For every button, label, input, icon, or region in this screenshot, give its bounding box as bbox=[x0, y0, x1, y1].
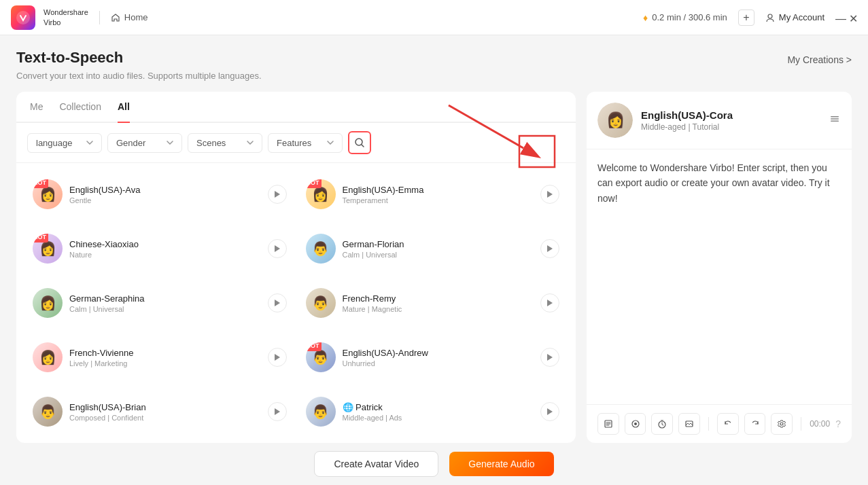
svg-rect-5 bbox=[831, 120, 839, 122]
chevron-down-icon bbox=[247, 141, 254, 145]
filters-bar: language Gender Scenes bbox=[16, 123, 576, 163]
voice-tags: Lively | Marketing bbox=[69, 359, 261, 367]
home-link[interactable]: Home bbox=[111, 12, 148, 22]
voice-item-brian[interactable]: 👨 English(USA)-Brian Composed | Confiden… bbox=[24, 386, 295, 437]
title-bar: Wondershare Virbo Home ♦ 0.2 min / 300.6… bbox=[0, 0, 868, 35]
play-button[interactable] bbox=[540, 185, 559, 204]
minimize-button[interactable]: — bbox=[835, 14, 844, 22]
voice-list-panel: Me Collection All language Gender bbox=[16, 92, 576, 443]
voice-info: French-Remy Mature | Magnetic bbox=[343, 293, 534, 313]
tab-collection[interactable]: Collection bbox=[59, 92, 101, 122]
selected-voice-name: English(USA)-Cora bbox=[641, 109, 820, 121]
divider bbox=[99, 11, 100, 24]
play-button[interactable] bbox=[540, 293, 559, 312]
voice-menu-button[interactable] bbox=[829, 113, 841, 128]
voice-tags: Unhurried bbox=[343, 359, 534, 367]
help-icon[interactable]: ? bbox=[835, 418, 841, 429]
svg-point-8 bbox=[634, 423, 637, 425]
my-creations-link[interactable]: My Creations > bbox=[787, 54, 852, 65]
redo-icon bbox=[750, 419, 760, 429]
add-credits-button[interactable]: + bbox=[738, 10, 754, 26]
voice-info: German-Florian Calm | Universal bbox=[343, 239, 534, 259]
credits-display: ♦ 0.2 min / 300.6 min bbox=[643, 12, 727, 23]
voice-name: French-Vivienne bbox=[69, 348, 261, 358]
voice-name: Chinese-Xiaoxiao bbox=[69, 239, 261, 249]
voice-info: English(USA)-Emma Temperament bbox=[343, 185, 534, 204]
gender-label: Gender bbox=[116, 138, 145, 148]
voice-tags: Nature bbox=[69, 251, 261, 259]
hot-badge: HOT bbox=[33, 234, 48, 242]
play-button[interactable] bbox=[268, 239, 287, 258]
text-format-icon bbox=[604, 419, 613, 429]
redo-button[interactable] bbox=[744, 413, 766, 435]
voice-name: French-Remy bbox=[343, 293, 534, 304]
search-button[interactable] bbox=[348, 131, 371, 154]
voice-item-remy[interactable]: 👨 French-Remy Mature | Magnetic bbox=[298, 277, 568, 329]
create-avatar-button[interactable]: Create Avatar Video bbox=[314, 451, 438, 477]
voice-info: English(USA)-Brian Composed | Confident bbox=[69, 402, 261, 422]
timer-button[interactable] bbox=[651, 413, 673, 435]
voice-item-ava[interactable]: HOT 👩 English(USA)-Ava Gentle bbox=[24, 168, 295, 220]
scenes-label: Scenes bbox=[196, 138, 226, 148]
play-button[interactable] bbox=[540, 348, 559, 367]
play-button[interactable] bbox=[268, 402, 287, 421]
audio-button[interactable] bbox=[625, 413, 646, 435]
content-area: Me Collection All language Gender bbox=[16, 92, 852, 443]
voice-item-patrick[interactable]: 👨 🌐 Patrick Middle-aged | Ads bbox=[298, 386, 568, 437]
chevron-down-icon bbox=[327, 141, 334, 145]
play-icon bbox=[274, 408, 281, 416]
close-button[interactable]: ✕ bbox=[849, 14, 857, 22]
settings-button[interactable] bbox=[771, 413, 793, 435]
features-label: Features bbox=[277, 138, 311, 148]
play-button[interactable] bbox=[540, 239, 559, 258]
voice-info: English(USA)-Ava Gentle bbox=[69, 185, 261, 204]
play-icon bbox=[546, 190, 553, 198]
toolbar-divider bbox=[708, 417, 709, 431]
voice-name: English(USA)-Andrew bbox=[343, 348, 534, 358]
voice-tags: Composed | Confident bbox=[69, 414, 261, 422]
voice-item-seraphina[interactable]: 👩 German-Seraphina Calm | Universal bbox=[24, 277, 295, 329]
voice-item-vivienne[interactable]: 👩 French-Vivienne Lively | Marketing bbox=[24, 331, 295, 383]
voice-avatar: HOT 👨 bbox=[306, 342, 336, 372]
voice-info: French-Vivienne Lively | Marketing bbox=[69, 348, 261, 367]
chevron-down-icon bbox=[167, 141, 173, 145]
voice-avatar: 👨 bbox=[33, 397, 63, 427]
play-button[interactable] bbox=[268, 348, 287, 367]
account-button[interactable]: My Account bbox=[765, 12, 824, 22]
play-button[interactable] bbox=[540, 402, 559, 421]
voice-item-emma[interactable]: HOT 👩 English(USA)-Emma Temperament bbox=[298, 168, 568, 220]
image-button[interactable] bbox=[678, 413, 700, 435]
voice-item-florian[interactable]: 👨 German-Florian Calm | Universal bbox=[298, 223, 568, 274]
language-filter[interactable]: language bbox=[27, 133, 102, 153]
account-icon bbox=[765, 13, 775, 22]
play-button[interactable] bbox=[268, 293, 287, 312]
voice-item-andrew[interactable]: HOT 👨 English(USA)-Andrew Unhurried bbox=[298, 331, 568, 383]
hot-badge: HOT bbox=[306, 179, 322, 188]
page-subtitle: Convert your text into audio files. Supp… bbox=[16, 71, 262, 81]
voice-avatar: HOT 👩 bbox=[33, 234, 63, 264]
voice-item-xiaoxiao[interactable]: HOT 👩 Chinese-Xiaoxiao Nature bbox=[24, 223, 295, 274]
tab-me[interactable]: Me bbox=[30, 92, 43, 122]
voice-list: HOT 👩 English(USA)-Ava Gentle HOT 👩 Engl… bbox=[16, 163, 576, 443]
selected-voice-header: 👩 English(USA)-Cora Middle-aged | Tutori… bbox=[587, 92, 852, 149]
generate-audio-button[interactable]: Generate Audio bbox=[449, 452, 553, 476]
page-header: Text-to-Speech Convert your text into au… bbox=[16, 49, 852, 81]
voice-name: English(USA)-Brian bbox=[69, 402, 261, 412]
tabs: Me Collection All bbox=[16, 92, 576, 123]
play-icon bbox=[274, 190, 281, 198]
toolbar-divider-2 bbox=[801, 417, 801, 431]
gender-filter[interactable]: Gender bbox=[107, 133, 182, 153]
voice-tags: Calm | Universal bbox=[69, 305, 261, 313]
format-button[interactable] bbox=[597, 413, 619, 435]
play-button[interactable] bbox=[268, 185, 287, 204]
scenes-filter[interactable]: Scenes bbox=[188, 133, 262, 153]
voice-tags: Mature | Magnetic bbox=[343, 305, 534, 313]
features-filter[interactable]: Features bbox=[268, 133, 343, 153]
svg-point-1 bbox=[768, 14, 772, 18]
voice-avatar: 👨 bbox=[306, 397, 336, 427]
selected-voice-avatar: 👩 bbox=[597, 103, 633, 138]
voice-tags: Calm | Universal bbox=[343, 251, 534, 259]
hot-badge: HOT bbox=[33, 179, 48, 188]
undo-button[interactable] bbox=[717, 413, 739, 435]
tab-all[interactable]: All bbox=[118, 92, 130, 122]
